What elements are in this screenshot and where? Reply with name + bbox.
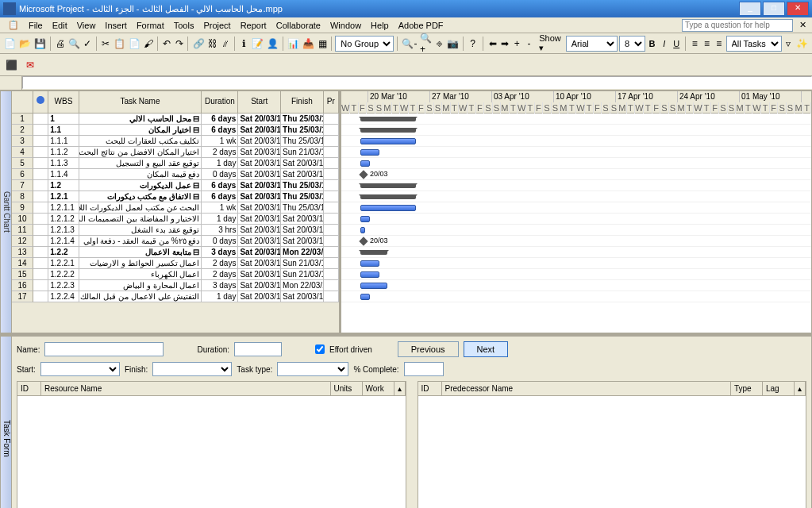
wbs-cell[interactable]: 1.2.1.2: [48, 214, 79, 225]
row-number[interactable]: 11: [12, 225, 33, 236]
finish-cell[interactable]: Thu 25/03/10: [281, 125, 324, 136]
task-bar[interactable]: [360, 260, 379, 267]
indent-icon[interactable]: ➡: [499, 36, 510, 52]
taskname-cell[interactable]: توقيع عقد بدء الشغل: [79, 225, 202, 236]
hidesubtasks-icon[interactable]: -: [524, 36, 534, 52]
finish-cell[interactable]: Sat 20/03/10: [281, 236, 324, 247]
duration-cell[interactable]: 3 days: [202, 247, 238, 258]
pred-cell[interactable]: [324, 258, 339, 269]
start-cell[interactable]: Sat 20/03/10: [238, 214, 281, 225]
row-number[interactable]: 1: [12, 114, 33, 125]
finish-cell[interactable]: Mon 22/03/10: [281, 280, 324, 291]
align-center-icon[interactable]: ≡: [702, 36, 712, 52]
finish-cell[interactable]: Sat 20/03/10: [281, 169, 324, 180]
finish-cell[interactable]: Sat 20/03/10: [281, 291, 324, 302]
summary-bar[interactable]: [360, 183, 416, 188]
outdent-icon[interactable]: ⬅: [487, 36, 498, 52]
save-icon[interactable]: 💾: [33, 36, 47, 52]
pred-cell[interactable]: [324, 291, 339, 302]
taskname-cell[interactable]: توقيع عقد البيع و التسجيل: [79, 158, 202, 169]
finish-cell[interactable]: Mon 22/03/10: [281, 247, 324, 258]
link-icon[interactable]: 🔗: [192, 36, 206, 52]
pred-cell[interactable]: [324, 114, 339, 125]
finish-cell[interactable]: Sat 20/03/10: [281, 225, 324, 236]
finish-select[interactable]: [152, 362, 232, 376]
goto-icon[interactable]: ⎆: [434, 36, 444, 52]
table-row[interactable]: 171.2.2.4التفتيش علي الاعمال من قبل الما…: [12, 291, 339, 302]
taskname-cell[interactable]: ⊟ محل الحاسب الالي: [79, 114, 202, 125]
wbs-cell[interactable]: 1.2.1.1: [48, 202, 79, 214]
pred-cell[interactable]: [324, 269, 339, 280]
res-scroll-up-icon[interactable]: ▴: [394, 382, 406, 395]
menu-adobe[interactable]: Adobe PDF: [394, 19, 448, 32]
task-bar[interactable]: [360, 205, 416, 211]
taskname-cell[interactable]: الاختيار و المفاضلة بين التصميمات المقتر…: [79, 214, 202, 225]
menu-edit[interactable]: Edit: [48, 19, 72, 32]
col-indicator[interactable]: [33, 91, 48, 114]
table-row[interactable]: 141.2.2.1اعمال تكسير الحوائط و الارضيات2…: [12, 258, 339, 269]
pred-cell[interactable]: [324, 180, 339, 191]
taskname-cell[interactable]: اعمال المحارة و البياض: [79, 280, 202, 291]
wbs-cell[interactable]: 1.1.1: [48, 136, 79, 147]
row-number[interactable]: 14: [12, 258, 33, 269]
start-cell[interactable]: Sat 20/03/10: [238, 114, 281, 125]
open-icon[interactable]: 📂: [18, 36, 32, 52]
milestone-icon[interactable]: [359, 237, 368, 245]
pred-cell[interactable]: [324, 191, 339, 202]
table-row[interactable]: 81.2.1⊟ الاتفاق مع مكتب ديكورات6 daysSat…: [12, 191, 339, 202]
cell-editor-input[interactable]: [22, 76, 812, 89]
pdf-icon[interactable]: ⬛: [3, 57, 19, 73]
wbs-cell[interactable]: 1.2.2: [48, 247, 79, 258]
row-number[interactable]: 10: [12, 214, 33, 225]
table-row[interactable]: 151.2.2.2اعمال الكهرباء2 daysSat 20/03/1…: [12, 269, 339, 280]
wbs-cell[interactable]: 1.1.3: [48, 158, 79, 169]
pred-col-id[interactable]: ID: [418, 382, 442, 395]
res-col-id[interactable]: ID: [17, 382, 41, 395]
menu-insert[interactable]: Insert: [100, 19, 132, 32]
start-cell[interactable]: Sat 20/03/10: [238, 147, 281, 158]
menu-window[interactable]: Window: [325, 19, 366, 32]
filter-combo[interactable]: All Tasks: [726, 36, 782, 52]
publish-icon[interactable]: 📊: [287, 36, 300, 52]
duration-input[interactable]: [234, 342, 282, 356]
finish-cell[interactable]: Sat 20/03/10: [281, 158, 324, 169]
taskname-cell[interactable]: اعمال الكهرباء: [79, 269, 202, 280]
underline-icon[interactable]: U: [672, 36, 682, 52]
duration-cell[interactable]: 1 wk: [202, 202, 238, 214]
start-cell[interactable]: Sat 20/03/10: [238, 125, 281, 136]
col-wbs[interactable]: WBS: [48, 91, 79, 114]
tasktype-select[interactable]: [277, 362, 348, 376]
showsubtasks-icon[interactable]: +: [512, 36, 522, 52]
wbs-cell[interactable]: 1.2.2.3: [48, 280, 79, 291]
maximize-button[interactable]: □: [763, 2, 785, 16]
start-select[interactable]: [40, 362, 120, 376]
side-tab-taskform[interactable]: Task Form: [1, 337, 12, 508]
duration-cell[interactable]: 3 hrs: [202, 225, 238, 236]
notes-icon[interactable]: 📝: [251, 36, 264, 52]
wbs-cell[interactable]: 1.2.2.1: [48, 258, 79, 269]
assign-icon[interactable]: 👤: [266, 36, 279, 52]
pred-col-lag[interactable]: Lag: [763, 382, 795, 395]
menu-view[interactable]: View: [72, 19, 101, 32]
task-bar[interactable]: [360, 271, 379, 278]
start-cell[interactable]: Sat 20/03/10: [238, 180, 281, 191]
duration-cell[interactable]: 3 days: [202, 280, 238, 291]
table-row[interactable]: 21.1⊟ اختيار المكان6 daysSat 20/03/10Thu…: [12, 125, 339, 136]
menu-collaborate[interactable]: Collaborate: [271, 19, 325, 32]
finish-cell[interactable]: Thu 25/03/10: [281, 180, 324, 191]
row-number[interactable]: 4: [12, 147, 33, 158]
task-bar[interactable]: [360, 138, 416, 144]
duration-cell[interactable]: 2 days: [202, 258, 238, 269]
start-cell[interactable]: Sat 20/03/10: [238, 158, 281, 169]
table-row[interactable]: 11⊟ محل الحاسب الالي6 daysSat 20/03/10Th…: [12, 114, 339, 125]
wbs-cell[interactable]: 1.2: [48, 180, 79, 191]
res-col-work[interactable]: Work: [363, 382, 394, 395]
taskname-cell[interactable]: اختيار المكان الافضل من نتائج البحث: [79, 147, 202, 158]
start-cell[interactable]: Sat 20/03/10: [238, 269, 281, 280]
pred-cell[interactable]: [324, 147, 339, 158]
col-pred[interactable]: Pr: [324, 91, 339, 114]
group-icon[interactable]: ▦: [317, 36, 327, 52]
help-icon[interactable]: ?: [468, 36, 478, 52]
copy-icon[interactable]: 📋: [113, 36, 126, 52]
pred-cell[interactable]: [324, 136, 339, 147]
